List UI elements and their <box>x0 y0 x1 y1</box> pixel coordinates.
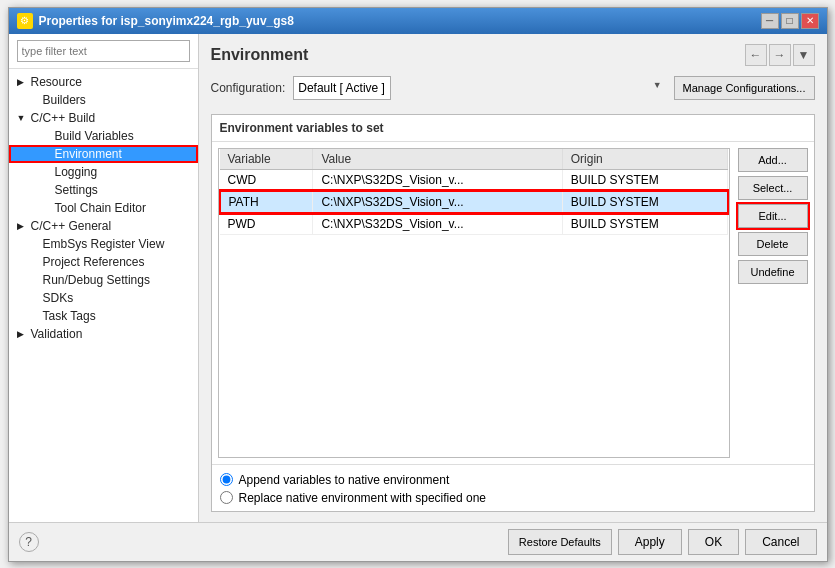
tree-area: ▶ResourceBuilders▼C/C++ BuildBuild Varia… <box>9 69 198 522</box>
bottom-right: Restore Defaults Apply OK Cancel <box>508 529 817 555</box>
apply-button[interactable]: Apply <box>618 529 682 555</box>
cell-variable: PATH <box>220 191 313 213</box>
cell-origin: BUILD SYSTEM <box>562 213 727 235</box>
tree-item-label: SDKs <box>43 291 74 305</box>
radio-label-replace: Replace native environment with specifie… <box>239 491 486 505</box>
sidebar-item-builders[interactable]: Builders <box>9 91 198 109</box>
restore-defaults-button[interactable]: Restore Defaults <box>508 529 612 555</box>
cancel-button[interactable]: Cancel <box>745 529 816 555</box>
dialog-title: Properties for isp_sonyimx224_rgb_yuv_gs… <box>39 14 294 28</box>
radio-replace[interactable] <box>220 491 233 504</box>
env-vars-section: Environment variables to set Variable Va… <box>211 114 815 512</box>
filter-input-wrap <box>9 34 198 69</box>
sidebar-item-cpp-build[interactable]: ▼C/C++ Build <box>9 109 198 127</box>
table-row[interactable]: CWDC:\NXP\S32DS_Vision_v...BUILD SYSTEM <box>220 169 728 191</box>
tree-arrow: ▼ <box>17 113 27 123</box>
action-buttons: Add...Select...Edit...DeleteUndefine <box>738 148 808 458</box>
cell-variable: PWD <box>220 213 313 235</box>
radio-row-append: Append variables to native environment <box>220 473 806 487</box>
tree-arrow: ▶ <box>17 329 27 339</box>
ok-button[interactable]: OK <box>688 529 739 555</box>
sidebar-item-sdks[interactable]: SDKs <box>9 289 198 307</box>
sidebar-item-resource[interactable]: ▶Resource <box>9 73 198 91</box>
close-button[interactable]: ✕ <box>801 13 819 29</box>
tree-item-label: EmbSys Register View <box>43 237 165 251</box>
config-label: Configuration: <box>211 81 286 95</box>
cell-origin: BUILD SYSTEM <box>562 191 727 213</box>
dialog-window: ⚙ Properties for isp_sonyimx224_rgb_yuv_… <box>8 7 828 562</box>
env-vars-header: Environment variables to set <box>212 115 814 142</box>
env-table: Variable Value Origin CWDC:\NXP\S32DS_Vi… <box>219 149 729 235</box>
filter-input[interactable] <box>17 40 190 62</box>
config-select-wrap: Default [ Active ] <box>293 76 665 100</box>
sidebar-item-logging[interactable]: Logging <box>9 163 198 181</box>
tree-item-label: Resource <box>31 75 82 89</box>
sidebar-item-run-debug-settings[interactable]: Run/Debug Settings <box>9 271 198 289</box>
sidebar-item-build-variables[interactable]: Build Variables <box>9 127 198 145</box>
panel-header: Environment ← → ▼ <box>211 44 815 66</box>
undefine-button[interactable]: Undefine <box>738 260 808 284</box>
tree-item-label: Validation <box>31 327 83 341</box>
col-origin: Origin <box>562 149 727 170</box>
edit-button[interactable]: Edit... <box>738 204 808 228</box>
tree-item-label: C/C++ Build <box>31 111 96 125</box>
tree-item-label: Run/Debug Settings <box>43 273 150 287</box>
tree-item-label: Environment <box>55 147 122 161</box>
help-button[interactable]: ? <box>19 532 39 552</box>
minimize-button[interactable]: ─ <box>761 13 779 29</box>
delete-button[interactable]: Delete <box>738 232 808 256</box>
sidebar-item-validation[interactable]: ▶Validation <box>9 325 198 343</box>
cell-variable: CWD <box>220 169 313 191</box>
tree-item-label: C/C++ General <box>31 219 112 233</box>
config-row: Configuration: Default [ Active ] Manage… <box>211 76 815 100</box>
main-panel: Environment ← → ▼ Configuration: Default… <box>199 34 827 522</box>
radio-label-append: Append variables to native environment <box>239 473 450 487</box>
tree-item-label: Project References <box>43 255 145 269</box>
sidebar-item-settings[interactable]: Settings <box>9 181 198 199</box>
env-table-container: Variable Value Origin CWDC:\NXP\S32DS_Vi… <box>218 148 730 458</box>
cell-origin: BUILD SYSTEM <box>562 169 727 191</box>
tree-item-label: Builders <box>43 93 86 107</box>
maximize-button[interactable]: □ <box>781 13 799 29</box>
nav-buttons: ← → ▼ <box>745 44 815 66</box>
config-select[interactable]: Default [ Active ] <box>293 76 391 100</box>
nav-forward-button[interactable]: → <box>769 44 791 66</box>
title-buttons: ─ □ ✕ <box>761 13 819 29</box>
tree-arrow: ▶ <box>17 77 27 87</box>
nav-back-button[interactable]: ← <box>745 44 767 66</box>
panel-title: Environment <box>211 46 309 64</box>
cell-value: C:\NXP\S32DS_Vision_v... <box>313 191 562 213</box>
select-button[interactable]: Select... <box>738 176 808 200</box>
title-bar-left: ⚙ Properties for isp_sonyimx224_rgb_yuv_… <box>17 13 294 29</box>
col-value: Value <box>313 149 562 170</box>
cell-value: C:\NXP\S32DS_Vision_v... <box>313 169 562 191</box>
cell-value: C:\NXP\S32DS_Vision_v... <box>313 213 562 235</box>
radio-section: Append variables to native environmentRe… <box>212 464 814 511</box>
env-table-wrap: Variable Value Origin CWDC:\NXP\S32DS_Vi… <box>212 142 814 464</box>
add-button[interactable]: Add... <box>738 148 808 172</box>
sidebar-item-project-references[interactable]: Project References <box>9 253 198 271</box>
sidebar-item-environment[interactable]: Environment <box>9 145 198 163</box>
sidebar-item-tool-chain-editor[interactable]: Tool Chain Editor <box>9 199 198 217</box>
bottom-bar: ? Restore Defaults Apply OK Cancel <box>9 522 827 561</box>
title-bar: ⚙ Properties for isp_sonyimx224_rgb_yuv_… <box>9 8 827 34</box>
table-row[interactable]: PWDC:\NXP\S32DS_Vision_v...BUILD SYSTEM <box>220 213 728 235</box>
col-variable: Variable <box>220 149 313 170</box>
tree-item-label: Build Variables <box>55 129 134 143</box>
manage-configurations-button[interactable]: Manage Configurations... <box>674 76 815 100</box>
nav-dropdown-button[interactable]: ▼ <box>793 44 815 66</box>
tree-item-label: Tool Chain Editor <box>55 201 146 215</box>
content-area: ▶ResourceBuilders▼C/C++ BuildBuild Varia… <box>9 34 827 522</box>
tree-item-label: Settings <box>55 183 98 197</box>
sidebar-item-cpp-general[interactable]: ▶C/C++ General <box>9 217 198 235</box>
radio-append[interactable] <box>220 473 233 486</box>
tree-item-label: Task Tags <box>43 309 96 323</box>
radio-row-replace: Replace native environment with specifie… <box>220 491 806 505</box>
sidebar: ▶ResourceBuilders▼C/C++ BuildBuild Varia… <box>9 34 199 522</box>
tree-arrow: ▶ <box>17 221 27 231</box>
sidebar-item-task-tags[interactable]: Task Tags <box>9 307 198 325</box>
sidebar-item-embsys-register-view[interactable]: EmbSys Register View <box>9 235 198 253</box>
table-row[interactable]: PATHC:\NXP\S32DS_Vision_v...BUILD SYSTEM <box>220 191 728 213</box>
tree-item-label: Logging <box>55 165 98 179</box>
dialog-icon: ⚙ <box>17 13 33 29</box>
